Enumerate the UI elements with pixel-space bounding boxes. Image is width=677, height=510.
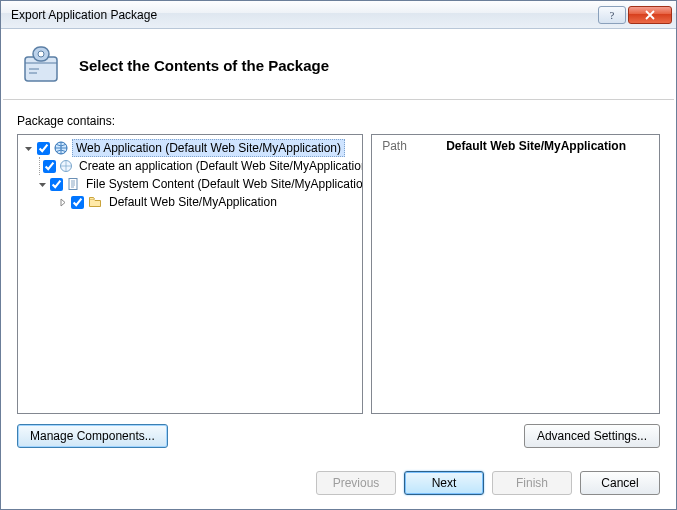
tree-node-label[interactable]: Default Web Site/MyApplication — [106, 194, 280, 210]
checkbox[interactable] — [37, 142, 50, 155]
window-title: Export Application Package — [5, 8, 596, 22]
content-area: Package contains: Web Application (Defau… — [1, 100, 676, 458]
path-value: Default Web Site/MyApplication — [442, 136, 630, 156]
tree-node-label[interactable]: File System Content (Default Web Site/My… — [83, 176, 363, 192]
expander-icon[interactable] — [22, 142, 34, 154]
globe-icon — [53, 140, 69, 156]
wizard-button-row: Previous Next Finish Cancel — [316, 471, 660, 495]
document-icon — [66, 176, 80, 192]
expander-icon[interactable] — [38, 178, 47, 190]
details-pane: Path Default Web Site/MyApplication — [371, 134, 660, 414]
tree-row-web-application[interactable]: Web Application (Default Web Site/MyAppl… — [20, 139, 360, 157]
tree-row-create-application[interactable]: Create an application (Default Web Site/… — [20, 157, 360, 175]
tree-row-file-system[interactable]: File System Content (Default Web Site/My… — [20, 175, 360, 193]
svg-rect-6 — [69, 179, 77, 190]
tree-row-folder[interactable]: Default Web Site/MyApplication — [20, 193, 360, 211]
tree-pane[interactable]: Web Application (Default Web Site/MyAppl… — [17, 134, 363, 414]
titlebar: Export Application Package ? — [1, 1, 676, 29]
checkbox[interactable] — [43, 160, 56, 173]
globe-small-icon — [59, 158, 73, 174]
package-icon — [19, 43, 63, 87]
manage-components-button[interactable]: Manage Components... — [17, 424, 168, 448]
tree-node-label[interactable]: Create an application (Default Web Site/… — [76, 158, 363, 174]
next-button[interactable]: Next — [404, 471, 484, 495]
folder-icon — [87, 194, 103, 210]
close-button[interactable] — [628, 6, 672, 24]
svg-point-3 — [38, 51, 44, 57]
cancel-button[interactable]: Cancel — [580, 471, 660, 495]
checkbox[interactable] — [71, 196, 84, 209]
path-header: Path — [372, 136, 442, 156]
expander-collapsed-icon[interactable] — [56, 196, 68, 208]
wizard-title: Select the Contents of the Package — [79, 57, 329, 74]
wizard-header: Select the Contents of the Package — [1, 29, 676, 99]
help-button[interactable]: ? — [598, 6, 626, 24]
checkbox[interactable] — [50, 178, 63, 191]
finish-button: Finish — [492, 471, 572, 495]
previous-button: Previous — [316, 471, 396, 495]
tree-connector — [39, 157, 40, 175]
advanced-settings-button[interactable]: Advanced Settings... — [524, 424, 660, 448]
package-contains-label: Package contains: — [17, 114, 660, 128]
svg-text:?: ? — [610, 10, 615, 20]
tree-node-label[interactable]: Web Application (Default Web Site/MyAppl… — [72, 139, 345, 157]
